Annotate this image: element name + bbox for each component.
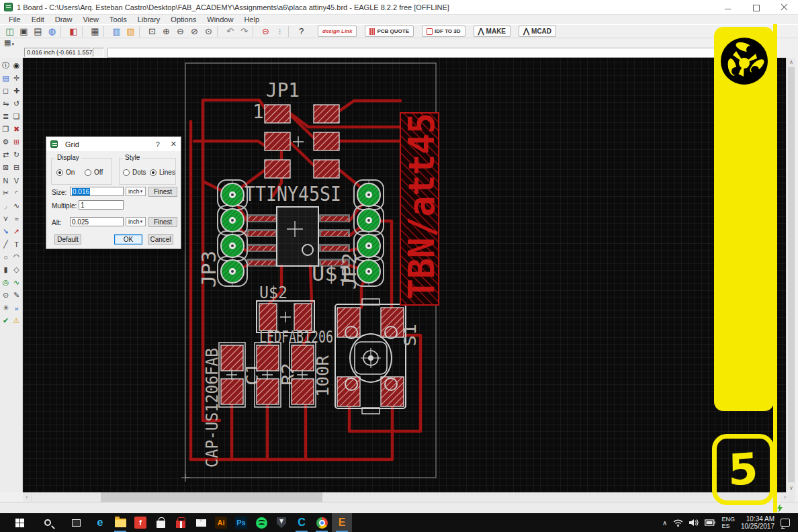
ok-button[interactable]: OK — [114, 234, 142, 245]
scroll-up-icon[interactable]: ∧ — [787, 58, 796, 66]
multiple-input[interactable]: 1 — [79, 200, 124, 210]
zoom-select-icon[interactable]: ⊙ — [202, 26, 216, 38]
scroll-down-icon[interactable]: ∨ — [787, 484, 796, 492]
show-tool-icon[interactable]: ◉ — [11, 59, 22, 72]
action-center-icon[interactable] — [781, 519, 790, 527]
menu-help[interactable]: Help — [239, 15, 264, 24]
size-input[interactable]: 0.016 — [70, 187, 124, 196]
clock[interactable]: 10:34 AM 10/25/2017 — [741, 515, 774, 530]
delete-tool-icon[interactable]: ✖ — [11, 123, 22, 136]
mirror-tool-icon[interactable]: ⇋ — [1, 97, 11, 110]
language-indicator[interactable]: ENG ES — [721, 516, 735, 529]
help-icon[interactable]: ? — [294, 26, 308, 38]
vertical-scrollbar[interactable]: ∧ ∨ — [786, 58, 795, 492]
menu-draw[interactable]: Draw — [50, 15, 77, 24]
file-explorer-icon[interactable] — [110, 513, 130, 532]
zoom-fit-icon[interactable]: ⊡ — [145, 26, 159, 38]
component-c1[interactable]: C1 — [219, 343, 262, 407]
info-tool-icon[interactable]: ⓘ — [1, 59, 11, 72]
zoom-in-icon[interactable]: ⊕ — [159, 26, 173, 38]
circle-tool-icon[interactable]: ○ — [1, 251, 11, 263]
ulp-dropdown-icon[interactable]: ▧ — [124, 26, 138, 38]
move-tool-icon[interactable]: ✚ — [11, 85, 22, 97]
copy-tool-icon[interactable]: ❏ — [11, 110, 22, 123]
pcb-quote-button[interactable]: PCB QUOTE — [365, 26, 414, 37]
alt-finest-button[interactable]: Finest — [148, 217, 177, 227]
mail-icon[interactable] — [191, 513, 211, 532]
route-tool-icon[interactable]: ➘ — [1, 225, 11, 238]
miter-tool-icon[interactable]: ◜ — [11, 187, 22, 200]
menu-options[interactable]: Options — [166, 15, 201, 24]
grid-dialog-titlebar[interactable]: Grid ? ✕ — [46, 137, 181, 151]
hole-tool-icon[interactable]: ⊙ — [1, 289, 11, 302]
task-view-button[interactable] — [62, 513, 90, 532]
edge-icon[interactable]: e — [90, 513, 110, 532]
spotify-icon[interactable] — [251, 513, 271, 532]
close-button[interactable] — [781, 3, 789, 11]
menu-tools[interactable]: Tools — [105, 15, 132, 24]
print-icon[interactable]: ▤ — [31, 26, 45, 38]
autoroute-tool-icon[interactable]: » — [11, 302, 22, 314]
display-off-radio[interactable]: Off — [85, 169, 103, 176]
wire-tool-icon[interactable]: ╱ — [1, 238, 11, 251]
make-button[interactable]: ⋀ MAKE — [474, 26, 511, 37]
size-unit-select[interactable]: inch▼ — [126, 187, 146, 196]
dialog-close-button[interactable]: ✕ — [171, 140, 177, 148]
pinswap-tool-icon[interactable]: ⇄ — [1, 148, 11, 161]
ratsnest-tool-icon[interactable]: ✳ — [1, 302, 11, 314]
search-button[interactable] — [34, 513, 62, 532]
horizontal-scroll-thumb[interactable] — [101, 492, 322, 502]
minimize-button[interactable] — [724, 3, 732, 11]
mark-tool-icon[interactable]: ✛ — [11, 72, 22, 85]
illustrator-icon[interactable]: Ai — [211, 513, 231, 532]
eagle-icon[interactable]: E — [332, 513, 352, 532]
corner-tool-icon[interactable]: ◞ — [1, 200, 11, 212]
via-tool-icon[interactable]: ◎ — [1, 276, 11, 289]
scroll-left-icon[interactable]: ‹ — [23, 492, 32, 502]
split-tool-icon[interactable]: ⋎ — [1, 212, 11, 225]
optimize-tool-icon[interactable]: ∿ — [11, 200, 22, 212]
select-tool-icon[interactable]: ◻ — [1, 85, 11, 97]
redo-icon[interactable]: ↷ — [237, 26, 251, 38]
text-tool-icon[interactable]: T — [11, 238, 22, 251]
menu-window[interactable]: Window — [202, 15, 238, 24]
component-u1-attiny45[interactable]: ATTINY45SI U$1 — [234, 182, 351, 285]
arc-tool-icon[interactable]: ◠ — [11, 251, 22, 263]
signal-tool-icon[interactable]: ∿ — [11, 276, 22, 289]
polygon-tool-icon[interactable]: ◇ — [11, 263, 22, 276]
board-canvas[interactable]: JP1 1 ATTIN — [23, 58, 789, 492]
speaker-icon[interactable] — [689, 519, 699, 527]
grid-settings-button[interactable]: ▦▾ — [4, 38, 14, 47]
menu-edit[interactable]: Edit — [27, 15, 49, 24]
vertical-scroll-thumb[interactable] — [788, 67, 795, 482]
cancel-button[interactable]: Cancel — [148, 234, 173, 245]
design-link-button[interactable]: design Link — [318, 26, 357, 37]
value-tool-icon[interactable]: V — [11, 174, 22, 187]
align-tool-icon[interactable]: ≣ — [1, 110, 11, 123]
undo-icon[interactable]: ↶ — [223, 26, 237, 38]
menu-file[interactable]: File — [4, 15, 26, 24]
chrome-icon[interactable] — [312, 513, 332, 532]
style-lines-radio[interactable]: Lines — [150, 169, 175, 176]
scroll-right-icon[interactable]: › — [781, 492, 789, 502]
wifi-icon[interactable] — [673, 519, 683, 527]
menu-view[interactable]: View — [78, 15, 103, 24]
paste-tool-icon[interactable]: ❐ — [1, 123, 11, 136]
gift-app-icon[interactable] — [171, 513, 191, 532]
rotate-tool-icon[interactable]: ↺ — [11, 97, 22, 110]
traffic-light-icon[interactable]: ⁝ — [273, 26, 287, 38]
zoom-out-icon[interactable]: ⊖ — [173, 26, 187, 38]
attribute-tool-icon[interactable]: ✎ — [11, 289, 22, 302]
sch-dropdown-icon[interactable]: ▥ — [109, 26, 124, 38]
ripup-tool-icon[interactable]: ➚ — [11, 225, 22, 238]
corel-icon[interactable]: C — [292, 513, 312, 532]
inkscape-icon[interactable] — [271, 513, 292, 532]
tbn-att45-block[interactable]: TBN/att45 — [400, 113, 443, 305]
grid-icon[interactable]: ▦ — [88, 26, 102, 38]
change-tool-icon[interactable]: ⚙ — [1, 136, 11, 148]
horizontal-scrollbar[interactable]: ‹ › — [23, 492, 795, 502]
smash-tool-icon[interactable]: ✂ — [1, 187, 11, 200]
tray-chevron-icon[interactable]: ∧ — [662, 519, 667, 527]
switch-sch-brd-icon[interactable]: ◧ — [66, 26, 81, 38]
idf-to-3d-button[interactable]: IDF TO 3D — [422, 26, 466, 37]
